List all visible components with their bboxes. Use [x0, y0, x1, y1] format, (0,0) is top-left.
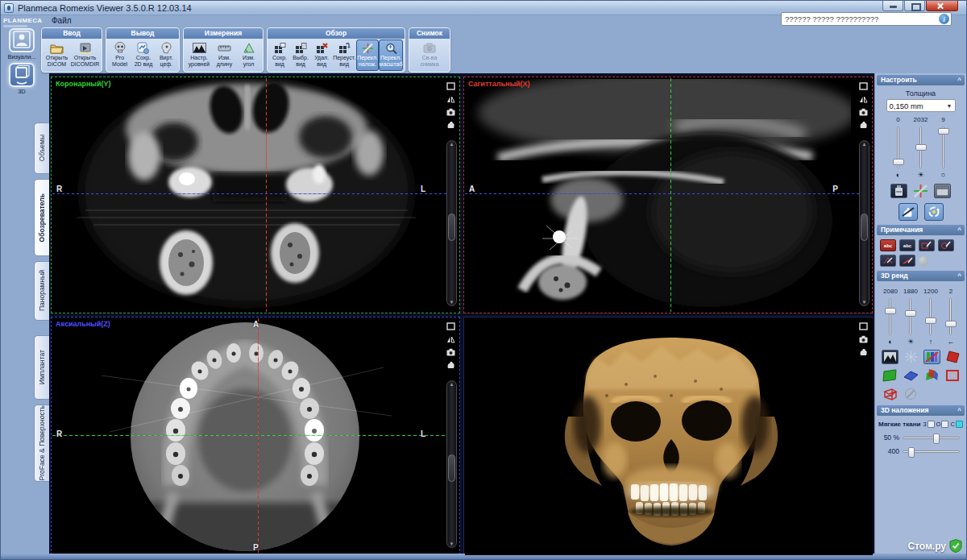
scroll-thumb[interactable]: [448, 454, 455, 482]
sagittal-viewport[interactable]: Сагиттальный(X): [463, 77, 873, 313]
coronal-viewport[interactable]: Коронарный(Y): [51, 77, 460, 313]
axial-slice-image[interactable]: [53, 319, 438, 553]
tab-explorer[interactable]: Обозреватель: [34, 179, 49, 256]
search-box[interactable]: i: [781, 12, 952, 26]
maximize-icon[interactable]: [446, 82, 455, 90]
maximize-icon[interactable]: [859, 322, 868, 330]
tab-proface-surface[interactable]: ProFace & Поверхность: [34, 404, 49, 482]
pan-hand-icon[interactable]: [446, 361, 455, 369]
render-threshold-slider[interactable]: [921, 297, 941, 337]
coronal-crosshair-x[interactable]: [266, 78, 267, 312]
restore-button[interactable]: [904, 1, 925, 11]
axial-viewport[interactable]: Аксиальный(Z): [51, 317, 460, 555]
scroll-down-icon[interactable]: ▼: [447, 541, 456, 546]
volume-3d-viewport[interactable]: [463, 317, 873, 555]
text-note-red-button[interactable]: abc: [880, 239, 896, 251]
gray-levels-button[interactable]: [890, 184, 907, 198]
clip-planes-button[interactable]: [923, 350, 940, 364]
delete-view-button[interactable]: Удал. вид: [311, 39, 332, 71]
visual-module-button[interactable]: Визуали...: [5, 28, 39, 60]
maximize-icon[interactable]: [446, 322, 455, 330]
close-button[interactable]: [926, 1, 958, 11]
text-note-button[interactable]: abc: [899, 239, 915, 251]
green-plane-button[interactable]: [882, 368, 899, 383]
scroll-up-icon[interactable]: ▲: [860, 142, 869, 147]
scroll-down-icon[interactable]: ▼: [860, 300, 869, 305]
search-input[interactable]: [782, 15, 939, 23]
info-icon[interactable]: i: [939, 14, 949, 24]
open-dicomdir-button[interactable]: Открыть DICOMDIR: [70, 39, 100, 71]
collapse-icon[interactable]: ^: [957, 75, 961, 85]
draw-circle-button[interactable]: [938, 239, 954, 251]
layout-button[interactable]: [934, 184, 951, 198]
menu-file[interactable]: Файл: [47, 16, 77, 25]
scroll-up-icon[interactable]: ▲: [447, 142, 456, 147]
draw-rect-button[interactable]: [919, 239, 935, 251]
snapshot-properties-button[interactable]: Св-ва снимка: [413, 39, 446, 71]
scroll-up-icon[interactable]: ▲: [447, 382, 456, 387]
checkbox-slice[interactable]: [956, 421, 963, 428]
collapse-icon[interactable]: ^: [957, 225, 961, 235]
coronal-crosshair-z[interactable]: [52, 193, 459, 194]
sagittal-crosshair-y[interactable]: [670, 78, 671, 312]
render-contrast-slider[interactable]: [881, 297, 901, 337]
pan-hand-icon[interactable]: [446, 121, 455, 129]
flip-icon[interactable]: [446, 95, 455, 103]
camera-icon[interactable]: [446, 108, 455, 116]
module-3d-button[interactable]: 3D: [5, 63, 39, 95]
overlay-lines-button[interactable]: [912, 184, 929, 198]
collapse-icon[interactable]: ^: [957, 271, 961, 281]
draw-angle-button[interactable]: [880, 255, 896, 267]
scroll-down-icon[interactable]: ▼: [447, 300, 456, 305]
toggle-overlay-button[interactable]: Перекл. налож.: [356, 39, 379, 71]
contrast-slider[interactable]: [887, 125, 910, 170]
reset-view-button[interactable]: Переуст. вид: [332, 39, 356, 71]
coronal-scrollbar[interactable]: ▲ ▼: [446, 140, 457, 306]
axial-crosshair-y[interactable]: [52, 435, 459, 436]
pan-hand-icon[interactable]: [859, 121, 868, 129]
virtual-ceph-button[interactable]: Вирт. цеф.: [156, 39, 177, 71]
sagittal-scrollbar[interactable]: ▲ ▼: [859, 140, 869, 306]
threshold-slider[interactable]: 400: [878, 447, 963, 455]
render-erosion-slider[interactable]: [941, 297, 961, 337]
tab-panoramic[interactable]: Панорамный: [34, 261, 49, 321]
free-rotate-button[interactable]: [924, 203, 944, 221]
measure-length-button[interactable]: Изм. длину: [213, 39, 237, 71]
save-view-button[interactable]: Сохр. вид: [269, 39, 290, 71]
sagittal-slice-image[interactable]: [466, 79, 851, 311]
select-view-button[interactable]: Выбр. вид: [290, 39, 311, 71]
collapse-icon[interactable]: ^: [957, 405, 961, 416]
draw-line-button[interactable]: [899, 255, 915, 267]
opacity-slider[interactable]: 50 %: [878, 433, 963, 442]
free-pan-button[interactable]: [899, 203, 918, 221]
checkbox-3d[interactable]: [928, 421, 935, 428]
brightness-slider[interactable]: [910, 125, 932, 170]
thickness-select[interactable]: 0,150 mm ▼: [886, 99, 956, 112]
sagittal-crosshair-z[interactable]: [465, 193, 871, 194]
red-plane-button[interactable]: [944, 350, 961, 364]
scroll-thumb[interactable]: [861, 214, 868, 241]
blue-plane-button[interactable]: [903, 368, 919, 383]
axial-scrollbar[interactable]: ▲ ▼: [446, 380, 457, 548]
sharpen-slider[interactable]: [932, 125, 955, 170]
pan-hand-icon[interactable]: [859, 348, 868, 356]
flip-icon[interactable]: [859, 95, 868, 103]
scroll-thumb[interactable]: [448, 214, 455, 241]
flip-icon[interactable]: [446, 335, 455, 343]
camera-icon[interactable]: [859, 108, 868, 116]
camera-icon[interactable]: [446, 348, 455, 356]
save-2d-view-button[interactable]: Сохр. 2D вид: [131, 39, 155, 71]
maximize-icon[interactable]: [859, 82, 868, 90]
tab-implant[interactable]: Имплантат: [34, 335, 49, 400]
red-frame-button[interactable]: [944, 368, 961, 383]
adjust-levels-button[interactable]: Настр. уровней: [186, 39, 213, 71]
render-brightness-slider[interactable]: [901, 297, 921, 337]
axes-cube-button[interactable]: [923, 368, 940, 383]
render-levels-button[interactable]: [882, 350, 899, 364]
pro-model-button[interactable]: Pro Model: [108, 39, 131, 71]
axial-crosshair-x[interactable]: [258, 318, 259, 554]
volume-3d-image[interactable]: [465, 318, 873, 555]
measure-angle-button[interactable]: Изм. угол: [237, 39, 261, 71]
coronal-slice-image[interactable]: [53, 79, 438, 311]
checkbox-volume[interactable]: [941, 421, 948, 428]
